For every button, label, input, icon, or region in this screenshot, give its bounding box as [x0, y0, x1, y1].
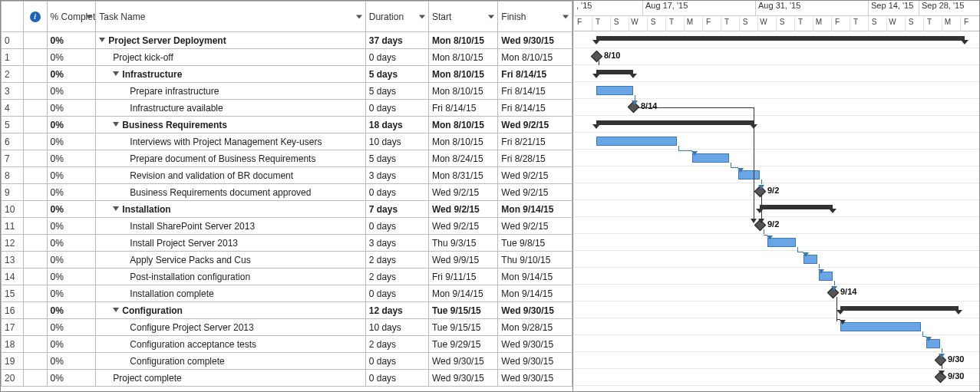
finish-cell[interactable]: Wed 9/2/15 [498, 218, 572, 235]
finish-cell[interactable]: Fri 8/28/15 [498, 150, 572, 167]
duration-cell[interactable]: 0 days [365, 370, 428, 387]
info-cell[interactable] [23, 167, 47, 184]
task-cell[interactable]: Project complete [96, 370, 365, 387]
chevron-down-icon[interactable] [488, 15, 494, 18]
start-cell[interactable]: Mon 8/31/15 [428, 167, 497, 184]
row-number[interactable]: 3 [2, 83, 24, 100]
task-grid[interactable]: i % Complet Task Name Duration [1, 1, 572, 387]
task-cell[interactable]: Revision and validation of BR document [96, 167, 365, 184]
start-cell[interactable]: Mon 8/24/15 [428, 150, 497, 167]
task-cell[interactable]: Prepare infrastructure [96, 83, 365, 100]
collapse-icon[interactable] [99, 38, 105, 42]
header-finish[interactable]: Finish [498, 2, 572, 32]
gantt-row[interactable] [573, 251, 979, 268]
gantt-row[interactable]: 9/30 [573, 369, 979, 386]
gantt-pane[interactable]: , '15Aug 17, '15Aug 31, '15Sep 14, '15Se… [573, 1, 979, 391]
row-number[interactable]: 0 [2, 32, 24, 49]
table-row[interactable]: 70%Prepare document of Business Requirem… [2, 150, 572, 167]
collapse-icon[interactable] [113, 122, 119, 127]
gantt-row[interactable]: 9/2 [573, 183, 979, 200]
percent-cell[interactable]: 0% [47, 201, 96, 218]
gantt-milestone[interactable] [935, 354, 947, 367]
percent-cell[interactable]: 0% [47, 285, 96, 302]
gantt-milestone[interactable] [935, 371, 947, 384]
info-cell[interactable] [23, 133, 47, 150]
table-row[interactable]: 90%Business Requirements document approv… [2, 184, 572, 201]
table-row[interactable]: 130%Apply Service Packs and Cus2 daysWed… [2, 252, 572, 268]
gantt-task-bar[interactable] [840, 322, 921, 331]
gantt-row[interactable] [573, 234, 979, 251]
gantt-row[interactable] [573, 335, 979, 352]
percent-cell[interactable]: 0% [47, 100, 96, 117]
finish-cell[interactable]: Tue 9/8/15 [498, 235, 572, 252]
duration-cell[interactable]: 0 days [365, 100, 428, 117]
row-number[interactable]: 1 [2, 49, 24, 66]
start-cell[interactable]: Mon 8/10/15 [428, 49, 497, 66]
gantt-summary-bar[interactable] [596, 120, 754, 125]
table-row[interactable]: 150%Installation complete0 daysMon 9/14/… [2, 285, 572, 302]
info-cell[interactable] [23, 150, 47, 167]
table-row[interactable]: 00%Project Server Deployment37 daysMon 8… [2, 32, 572, 49]
row-number[interactable]: 2 [2, 66, 24, 83]
finish-cell[interactable]: Fri 8/14/15 [498, 100, 572, 117]
chevron-down-icon[interactable] [563, 15, 569, 18]
task-cell[interactable]: Business Requirements [96, 117, 365, 133]
gantt-row[interactable]: 8/14 [573, 99, 979, 116]
gantt-task-bar[interactable] [596, 86, 633, 95]
row-number[interactable]: 16 [2, 302, 24, 319]
percent-cell[interactable]: 0% [47, 302, 96, 319]
info-cell[interactable] [23, 201, 47, 218]
percent-cell[interactable]: 0% [47, 252, 96, 268]
row-number[interactable]: 14 [2, 268, 24, 285]
info-cell[interactable] [23, 83, 47, 100]
duration-cell[interactable]: 0 days [365, 49, 428, 66]
task-cell[interactable]: Configure Project Server 2013 [96, 319, 365, 336]
table-row[interactable]: 180%Configuration acceptance tests2 days… [2, 336, 572, 353]
percent-cell[interactable]: 0% [47, 235, 96, 252]
gantt-summary-bar[interactable] [596, 70, 633, 74]
task-cell[interactable]: Configuration acceptance tests [96, 336, 365, 353]
gantt-row[interactable] [573, 268, 979, 285]
start-cell[interactable]: Tue 9/15/15 [428, 302, 497, 319]
header-info[interactable]: i [23, 2, 47, 32]
collapse-icon[interactable] [113, 206, 119, 211]
finish-cell[interactable]: Wed 9/2/15 [498, 184, 572, 201]
info-cell[interactable] [23, 235, 47, 252]
row-number[interactable]: 10 [2, 201, 24, 218]
percent-cell[interactable]: 0% [47, 32, 96, 49]
collapse-icon[interactable] [113, 71, 119, 76]
gantt-row[interactable] [573, 65, 979, 82]
row-number[interactable]: 15 [2, 285, 24, 302]
chevron-down-icon[interactable] [356, 15, 362, 18]
task-cell[interactable]: Apply Service Packs and Cus [96, 252, 365, 268]
finish-cell[interactable]: Wed 9/30/15 [498, 32, 572, 49]
row-number[interactable]: 17 [2, 319, 24, 336]
info-cell[interactable] [23, 218, 47, 235]
task-cell[interactable]: Infrastructure available [96, 100, 365, 117]
table-row[interactable]: 160%Configuration12 daysTue 9/15/15Wed 9… [2, 302, 572, 319]
row-number[interactable]: 11 [2, 218, 24, 235]
percent-cell[interactable]: 0% [47, 353, 96, 370]
finish-cell[interactable]: Wed 9/30/15 [498, 353, 572, 370]
gantt-row[interactable] [573, 200, 979, 217]
finish-cell[interactable]: Wed 9/2/15 [498, 167, 572, 184]
finish-cell[interactable]: Wed 9/30/15 [498, 336, 572, 353]
row-number[interactable]: 4 [2, 100, 24, 117]
gantt-milestone[interactable] [628, 101, 640, 114]
row-number[interactable]: 13 [2, 252, 24, 268]
task-cell[interactable]: Installation [96, 201, 365, 218]
table-row[interactable]: 80%Revision and validation of BR documen… [2, 167, 572, 184]
info-cell[interactable] [23, 285, 47, 302]
task-cell[interactable]: Configuration [96, 302, 365, 319]
gantt-task-bar[interactable] [596, 137, 677, 146]
finish-cell[interactable]: Mon 9/14/15 [498, 201, 572, 218]
gantt-row[interactable] [573, 133, 979, 150]
duration-cell[interactable]: 2 days [365, 252, 428, 268]
table-row[interactable]: 10%Project kick-off0 daysMon 8/10/15Mon … [2, 49, 572, 66]
task-cell[interactable]: Installation complete [96, 285, 365, 302]
percent-cell[interactable]: 0% [47, 83, 96, 100]
duration-cell[interactable]: 3 days [365, 167, 428, 184]
header-duration[interactable]: Duration [365, 2, 428, 32]
start-cell[interactable]: Fri 8/14/15 [428, 100, 497, 117]
gantt-milestone[interactable] [827, 287, 840, 299]
